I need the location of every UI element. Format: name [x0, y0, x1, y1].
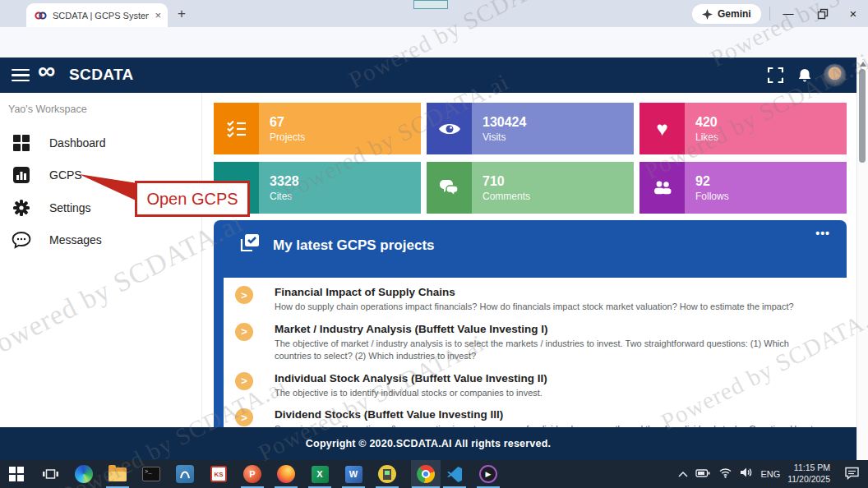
panel-title: My latest GCPS projects: [273, 237, 435, 254]
brand-name: SCDATA: [69, 66, 134, 84]
stat-card-follows[interactable]: 92Follows: [639, 162, 847, 214]
media-player-icon[interactable]: ▶: [478, 464, 498, 484]
stat-value: 3328: [270, 174, 421, 189]
stat-value: 710: [482, 174, 634, 189]
project-row[interactable]: > Dividend Stocks (Buffett Value Investi…: [224, 406, 847, 427]
word-icon[interactable]: W: [344, 464, 363, 484]
scdata-logo-icon: ∞: [38, 57, 55, 85]
stat-card-comments[interactable]: 710Comments: [427, 162, 634, 214]
browser-tab[interactable]: SCDATA | GCPS System ×: [26, 3, 168, 27]
project-title: Market / Industry Analysis (Buffett Valu…: [275, 323, 830, 335]
project-description: How do supply chain operations impact fi…: [275, 301, 824, 313]
heart-icon: ♥: [639, 103, 685, 154]
edge-icon[interactable]: [74, 464, 94, 484]
command-prompt-icon[interactable]: >_: [141, 464, 161, 484]
wifi-icon[interactable]: [718, 467, 732, 481]
time-text: 11:15 PM: [794, 463, 830, 474]
project-title: Individual Stock Analysis (Buffett Value…: [275, 372, 830, 384]
window-restore-button[interactable]: [806, 0, 840, 27]
clock[interactable]: 11:15 PM 11/20/2025: [787, 463, 830, 485]
stat-label: Follows: [695, 191, 847, 202]
language-indicator[interactable]: ENG: [760, 469, 780, 479]
project-row[interactable]: > Market / Industry Analysis (Buffett Va…: [224, 320, 847, 362]
new-tab-button[interactable]: +: [171, 4, 192, 24]
project-list: > Financial Impact of Supply Chains How …: [224, 278, 847, 427]
scrollbar-up-arrow[interactable]: [860, 62, 866, 67]
chevron-right-icon[interactable]: >: [235, 408, 253, 426]
dashboard-grid-icon: [11, 132, 32, 154]
powerpoint-icon[interactable]: P: [242, 464, 262, 484]
tab-close-icon[interactable]: ×: [155, 9, 161, 21]
task-view-icon: [42, 467, 59, 481]
browser-titlebar: SCDATA | GCPS System × + Gemini — ×: [0, 0, 868, 27]
bell-icon: [796, 67, 813, 84]
stat-label: Likes: [695, 131, 847, 143]
tray-expand-icon[interactable]: [678, 467, 688, 481]
chat-bubble-icon: [11, 229, 32, 251]
panel-overflow-menu-icon[interactable]: •••: [815, 227, 830, 240]
workspace-label: Yao's Workspace: [8, 104, 87, 115]
stat-value: 130424: [482, 115, 634, 130]
project-row[interactable]: > Financial Impact of Supply Chains How …: [224, 283, 847, 313]
firefox-icon[interactable]: [276, 464, 296, 484]
tab-title: SCDATA | GCPS System: [53, 11, 149, 21]
notifications-button[interactable]: [796, 67, 813, 84]
sidebar-item-label: Messages: [49, 233, 102, 246]
fullscreen-button[interactable]: [768, 67, 784, 84]
window-minimize-button[interactable]: —: [771, 0, 806, 27]
gear-icon: [11, 197, 32, 219]
chrome-icon[interactable]: [416, 464, 436, 484]
copyright-text: Copyright © 2020.SCDATA.AI All rights re…: [306, 438, 551, 449]
action-center-icon[interactable]: [844, 466, 860, 483]
divider: [769, 7, 770, 21]
utility-app-icon[interactable]: [377, 464, 397, 484]
checklist-icon: [214, 103, 259, 154]
window-close-button[interactable]: ×: [836, 0, 868, 27]
scrollbar-thumb[interactable]: [859, 69, 866, 163]
project-description: The objective is to identify individual …: [275, 387, 824, 399]
gemini-label: Gemini: [718, 8, 751, 20]
vscode-logo-icon: [446, 466, 463, 482]
start-button[interactable]: [7, 464, 26, 484]
user-avatar[interactable]: [823, 63, 847, 87]
hamburger-menu-button[interactable]: [12, 69, 30, 81]
excel-icon[interactable]: X: [310, 464, 330, 484]
project-row[interactable]: > Individual Stock Analysis (Buffett Val…: [224, 370, 847, 399]
ks-app-icon[interactable]: KS: [209, 464, 229, 484]
page-footer: Copyright © 2020.SCDATA.AI All rights re…: [0, 427, 856, 460]
annotation-callout: Open GCPS: [135, 181, 250, 217]
stat-card-likes[interactable]: ♥ 420Likes: [639, 103, 847, 154]
gcps-projects-panel: My latest GCPS projects ••• > Financial …: [214, 220, 847, 427]
project-list-check-icon: [238, 232, 261, 257]
gemini-button[interactable]: Gemini: [692, 4, 761, 24]
comments-icon: [427, 162, 472, 214]
stat-value: 420: [695, 115, 847, 130]
stat-value: 67: [270, 115, 421, 130]
project-title: Financial Impact of Supply Chains: [275, 286, 830, 298]
stat-label: Comments: [482, 191, 634, 202]
vscode-icon[interactable]: [445, 464, 464, 484]
browser-toolbar: ← → ↻ workspace.scdata.ai/dashboard ☆ Y …: [0, 27, 868, 58]
stat-value: 92: [695, 174, 847, 189]
chevron-right-icon[interactable]: >: [235, 286, 253, 304]
chevron-right-icon[interactable]: >: [235, 323, 253, 341]
people-icon: [639, 162, 685, 214]
stat-label: Cites: [270, 191, 421, 202]
favicon-scdata-icon: [35, 11, 47, 21]
task-view-button[interactable]: [40, 464, 60, 484]
sidebar-item-messages[interactable]: Messages: [0, 226, 202, 254]
stat-card-projects[interactable]: 67Projects: [214, 103, 421, 154]
date-text: 11/20/2025: [787, 474, 830, 486]
gemini-star-icon: [702, 9, 713, 20]
stat-label: Projects: [270, 131, 421, 143]
volume-icon[interactable]: [740, 467, 753, 481]
chevron-right-icon[interactable]: >: [235, 372, 253, 390]
battery-icon[interactable]: [695, 467, 711, 481]
bar-chart-icon: [11, 164, 32, 186]
sidebar-item-dashboard[interactable]: Dashboard: [0, 129, 202, 157]
database-app-icon[interactable]: [175, 464, 195, 484]
project-title: Dividend Stocks (Buffett Value Investing…: [275, 408, 830, 421]
stat-card-visits[interactable]: 130424Visits: [427, 103, 634, 154]
file-explorer-icon[interactable]: [108, 464, 127, 484]
annotation-arrow: [74, 168, 143, 209]
